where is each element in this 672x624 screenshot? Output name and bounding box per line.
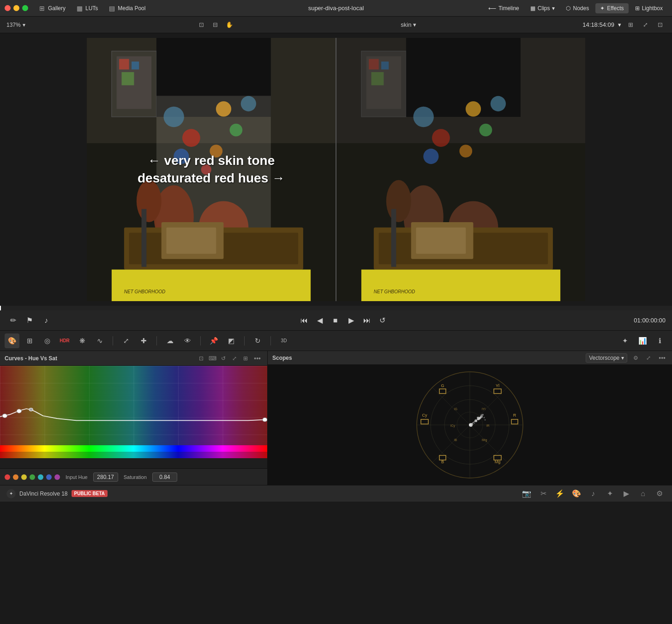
- hdr-tool[interactable]: HDR: [57, 333, 72, 348]
- svg-point-52: [2, 414, 7, 418]
- gallery-menu-item[interactable]: ⊞ Gallery: [34, 3, 70, 14]
- audio-status-icon[interactable]: ♪: [587, 488, 599, 500]
- rect-icon-btn[interactable]: ⊡: [197, 354, 206, 363]
- minimize-button[interactable]: [13, 5, 19, 11]
- color-status-icon[interactable]: 🎨: [570, 488, 582, 500]
- playback-bar[interactable]: [0, 306, 672, 310]
- reset-icon-btn[interactable]: ↺: [219, 354, 228, 363]
- saturation-field[interactable]: 0.84: [152, 473, 177, 482]
- 3d-tool[interactable]: 3D: [276, 333, 291, 348]
- pin-tool[interactable]: 📌: [206, 333, 221, 348]
- audio-btn[interactable]: ♪: [40, 314, 53, 327]
- effects-menu-item[interactable]: ✦ Effects: [595, 3, 628, 13]
- circle-tool[interactable]: ◎: [40, 333, 54, 348]
- play-btn[interactable]: ▶: [345, 314, 358, 327]
- clip-label[interactable]: skin ▾: [401, 21, 416, 28]
- cut-status-icon[interactable]: ⚡: [554, 488, 566, 500]
- clips-label: Clips: [538, 5, 550, 12]
- clips-menu-item[interactable]: ▦ Clips ▾: [526, 3, 560, 13]
- blur-tool[interactable]: ❋: [75, 333, 90, 348]
- fullscreen-btn[interactable]: ⤢: [640, 19, 651, 30]
- eyedrop-tool[interactable]: ✚: [136, 333, 151, 348]
- davinci-icon: ✦: [6, 489, 16, 498]
- fullscreen-icon-btn[interactable]: ⊞: [241, 354, 250, 363]
- pen-tool-btn[interactable]: ✏: [6, 314, 19, 327]
- dot-yellow[interactable]: [21, 474, 27, 480]
- skip-end-btn[interactable]: ⏭: [360, 314, 373, 327]
- svg-point-96: [474, 419, 477, 422]
- transform-tool[interactable]: ↻: [250, 333, 265, 348]
- dot-purple[interactable]: [54, 474, 60, 480]
- luts-menu-item[interactable]: ▦ LUTs: [71, 3, 102, 14]
- curve-area[interactable]: [0, 366, 267, 468]
- view-toggle-btn[interactable]: ⊡: [196, 19, 207, 30]
- nodes-menu-item[interactable]: ⬡ Nodes: [561, 3, 594, 13]
- timeline-menu-item[interactable]: ⟵ Timeline: [484, 3, 524, 13]
- app-name: DaVinci Resolve 18: [19, 491, 68, 497]
- clips-chevron: ▾: [552, 5, 555, 12]
- cloud-tool[interactable]: ☁: [162, 333, 177, 348]
- split-view-btn[interactable]: ⊟: [210, 19, 221, 30]
- fit-btn[interactable]: ⊞: [625, 19, 636, 30]
- svg-text:lG: lG: [454, 407, 457, 411]
- expand-icon-btn[interactable]: ⤢: [230, 354, 239, 363]
- house-status-icon[interactable]: ⌂: [637, 488, 649, 500]
- scope-expand-btn[interactable]: ⤢: [644, 353, 653, 363]
- dot-orange[interactable]: [13, 474, 18, 480]
- step-back-btn[interactable]: ◀: [313, 314, 326, 327]
- grab-btn[interactable]: ✋: [224, 19, 235, 30]
- curves-bottom-controls: Input Hue 280.17 Saturation 0.84: [0, 468, 267, 485]
- playhead: [0, 306, 1, 310]
- palette-tool[interactable]: 🎨: [5, 333, 19, 348]
- gradient-tool[interactable]: ◩: [224, 333, 239, 348]
- dot-blue[interactable]: [46, 474, 52, 480]
- chart-tool[interactable]: 📊: [635, 333, 650, 348]
- secondary-bar: 137% ▾ ⊡ ⊟ ✋ skin ▾ 14:18:54:09 ▾ ⊞ ⤢ ⊡: [0, 17, 672, 33]
- svg-point-35: [413, 107, 433, 127]
- deliver-status-icon[interactable]: ▶: [620, 488, 632, 500]
- maximize-button[interactable]: [22, 5, 28, 11]
- svg-point-98: [469, 424, 471, 426]
- curve-tool[interactable]: ⤢: [119, 333, 133, 348]
- dot-cyan[interactable]: [38, 474, 43, 480]
- vfx-status-icon[interactable]: ✦: [604, 488, 616, 500]
- svg-text:NET GHBORHOOD: NET GHBORHOOD: [124, 289, 165, 294]
- skip-start-btn[interactable]: ⏮: [298, 314, 311, 327]
- transport-left: ✏ ⚑ ♪: [6, 314, 53, 327]
- key-icon-btn[interactable]: ⌨: [208, 354, 217, 363]
- svg-text:NET GHBORHOOD: NET GHBORHOOD: [374, 289, 415, 294]
- svg-rect-24: [112, 270, 311, 301]
- zoom-control[interactable]: 137% ▾: [6, 22, 25, 28]
- scope-settings-btn[interactable]: ⚙: [631, 353, 640, 363]
- svg-text:R: R: [513, 413, 516, 418]
- eye-tool[interactable]: 👁: [180, 333, 195, 348]
- stop-btn[interactable]: ■: [329, 314, 342, 327]
- lightbox-menu-item[interactable]: ⊞ Lightbox: [630, 3, 667, 13]
- edit-status-icon[interactable]: ✂: [537, 488, 549, 500]
- video-status-icon[interactable]: 📷: [521, 488, 533, 500]
- svg-text:lB: lB: [454, 438, 457, 442]
- input-hue-field[interactable]: 280.17: [93, 473, 118, 482]
- scope-more-btn[interactable]: •••: [657, 353, 667, 363]
- curves-more-btn[interactable]: •••: [252, 354, 263, 363]
- grid-tool[interactable]: ⊞: [22, 333, 37, 348]
- viewer-container: NET GHBORHOOD ← very red skin tone desat…: [87, 38, 585, 301]
- settings-status-icon[interactable]: ⚙: [654, 488, 666, 500]
- scope-area: R Yl G Cy B Mg: [268, 365, 672, 485]
- info-tool[interactable]: ℹ: [653, 333, 667, 348]
- svg-point-10: [216, 101, 231, 116]
- audio-btn[interactable]: ⊡: [654, 19, 666, 30]
- flag-btn[interactable]: ⚑: [23, 314, 36, 327]
- tools-bar: 🎨 ⊞ ◎ HDR ❋ ∿ ⤢ ✚ ☁ 👁 📌 ◩ ↻ 3D ✦ 📊 ℹ: [0, 331, 672, 351]
- dot-green[interactable]: [30, 474, 35, 480]
- status-bar: ✦ DaVinci Resolve 18 PUBLIC BETA 📷 ✂ ⚡ 🎨…: [0, 485, 672, 502]
- scope-selector[interactable]: Vectorscope ▾: [586, 353, 627, 363]
- media-pool-menu-item[interactable]: ▤ Media Pool: [103, 3, 150, 14]
- fx-tool[interactable]: ✦: [618, 333, 632, 348]
- wave-tool[interactable]: ∿: [92, 333, 107, 348]
- loop-btn[interactable]: ↺: [376, 314, 389, 327]
- effects-icon: ✦: [600, 5, 605, 12]
- close-button[interactable]: [5, 5, 11, 11]
- dot-red[interactable]: [5, 474, 10, 480]
- viewer-divider: [336, 38, 336, 301]
